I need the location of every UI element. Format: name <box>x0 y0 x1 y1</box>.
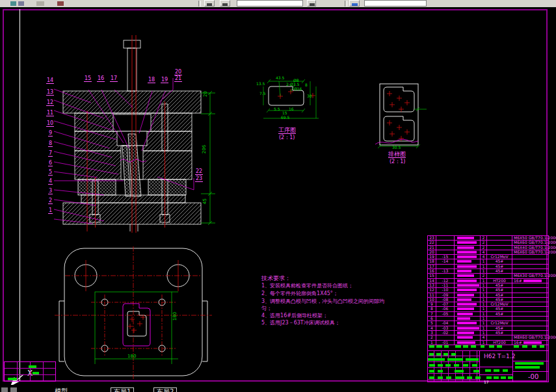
part-qty-cell: 1 <box>481 288 487 292</box>
part-material-cell <box>487 241 512 244</box>
greeked-name-text <box>457 251 477 254</box>
greeked-name-text <box>457 284 479 287</box>
remark-text: M6X30 GB/T70.1-2000 <box>514 273 556 278</box>
greeked-text-block <box>532 345 536 348</box>
greeked-text-block <box>463 364 468 367</box>
part-material-cell: 45# <box>487 293 512 297</box>
greeked-text-block <box>485 369 491 372</box>
greeked-text-block <box>429 376 434 379</box>
toolbar-icon-fragment-3[interactable] <box>36 1 44 6</box>
greeked-name-text <box>457 289 477 291</box>
greeked-text-block <box>455 345 461 348</box>
greeked-text-block <box>429 353 434 356</box>
greeked-text-block <box>472 364 477 367</box>
part-code-cell: -09 <box>436 293 455 297</box>
zoom-tool-button[interactable] <box>204 0 215 7</box>
part-qty-cell: 1 <box>481 293 487 297</box>
greeked-text-block <box>503 369 508 372</box>
greeked-text-block <box>497 345 502 348</box>
part-remark-cell <box>512 302 548 306</box>
tab-scroll-left-icon[interactable] <box>1 387 8 392</box>
part-code-cell: -03 <box>436 326 455 330</box>
layer-combobox[interactable] <box>237 0 303 7</box>
greeked-name-text <box>457 298 471 301</box>
part-number-cell: 4 <box>428 326 436 330</box>
toolbar-icon-fragment-1[interactable] <box>10 1 16 6</box>
part-remark-cell <box>512 321 548 325</box>
part-code-cell <box>436 236 455 240</box>
part-remark-cell <box>512 255 548 259</box>
part-material-cell <box>487 335 512 339</box>
greeked-text-block <box>514 345 519 348</box>
style-tool-button[interactable] <box>307 0 316 7</box>
status-bar <box>0 385 556 392</box>
pan-tool-button[interactable] <box>220 0 230 7</box>
part-code-cell: -01 <box>436 341 455 345</box>
greeked-name-text <box>457 341 475 344</box>
dimension-label: 30 <box>307 94 312 98</box>
greeked-name-text <box>457 246 474 249</box>
part-number-cell: 5 <box>428 321 436 325</box>
part-name-cell <box>455 335 481 339</box>
greeked-text-block <box>473 370 479 372</box>
part-name-cell <box>455 255 481 259</box>
part-callout: 9 <box>48 131 53 137</box>
toolbar-icon-fragment-2[interactable] <box>18 1 24 6</box>
part-remark-cell <box>512 317 548 320</box>
part-number-cell: 2 <box>428 335 436 339</box>
table-row: 18 -14 1 45# <box>428 259 548 264</box>
layout-tab[interactable]: 布局2 <box>153 387 177 392</box>
remark-text: M6X40 GB/T70.1-2000 <box>514 245 556 250</box>
tech-requirement-line: 匀； <box>261 306 272 312</box>
part-name-cell <box>455 241 481 244</box>
strip-view-label: 排样图 <box>388 151 406 158</box>
part-remark-cell <box>512 312 548 316</box>
part-qty-cell: 2 <box>481 246 487 250</box>
part-name-cell <box>455 288 481 292</box>
part-code-cell: -14 <box>436 259 455 263</box>
tech-requirement-line: 2、每个零件外轮廓倒角1X45°； <box>261 291 338 297</box>
part-material-cell: 45# <box>487 288 512 292</box>
greeked-name-text <box>457 327 479 330</box>
toolbar-icon-fragment-4[interactable] <box>57 1 64 6</box>
table-tool-button[interactable] <box>349 0 360 7</box>
part-number-cell: 15 <box>428 274 436 278</box>
layout-tab[interactable]: 模型 <box>55 387 68 392</box>
part-qty-cell: 2 <box>481 274 487 278</box>
tech-requirement-line: 4、选用16#后侧导柱模架； <box>261 313 328 319</box>
greeked-name-text <box>457 260 471 263</box>
greeked-name-text <box>457 265 477 268</box>
greeked-text-block <box>489 345 494 348</box>
greeked-text-block <box>429 364 435 367</box>
layout-tab[interactable]: 布局1 <box>111 387 134 392</box>
greeked-name-text <box>457 307 474 310</box>
part-name-cell <box>455 293 481 297</box>
greeked-text-block <box>494 369 499 372</box>
part-callout: 5 <box>48 170 53 176</box>
part-code-cell <box>436 246 455 250</box>
greeked-text-block <box>8 378 17 380</box>
part-code-cell: -06 <box>436 307 455 311</box>
remark-text: 16# <box>514 340 522 345</box>
part-material-cell <box>487 246 512 250</box>
tab-scroll-right-icon[interactable] <box>10 387 17 392</box>
dimension-label: 45 <box>203 198 207 204</box>
part-material-cell: HT200 <box>487 341 512 345</box>
toolbar-separator <box>198 1 201 7</box>
title-block-line <box>427 350 549 351</box>
toolbar-separator-2 <box>345 1 347 7</box>
greeked-text-block <box>436 353 441 356</box>
part-name-cell <box>455 302 481 306</box>
part-code-cell: -10 <box>436 288 455 292</box>
part-material-cell <box>487 274 512 278</box>
color-combobox[interactable] <box>364 0 427 7</box>
part-qty-cell: 4 <box>481 335 487 339</box>
sheet-inner-frame-line <box>20 9 20 382</box>
title-block-line <box>512 361 549 361</box>
part-qty-cell: 1 <box>481 259 487 263</box>
greeked-text-block <box>446 376 451 379</box>
part-callout: 1 <box>48 208 53 214</box>
part-callout: 17 <box>110 76 118 82</box>
part-material-cell: 45# <box>487 331 512 335</box>
greeked-name-text <box>457 317 470 320</box>
